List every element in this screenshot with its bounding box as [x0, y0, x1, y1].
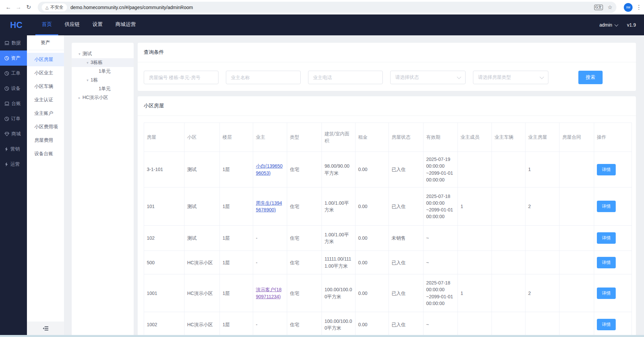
sidebar-item-marketing[interactable]: 营销 — [0, 141, 27, 157]
tree-node-0[interactable]: ▾测试 — [72, 49, 134, 58]
cell-area: 1.00/1.00平方米 — [322, 188, 355, 226]
sidebar-item-mall[interactable]: 商城 — [0, 126, 27, 141]
column-header-rent: 租金 — [355, 123, 389, 152]
pie-icon — [4, 116, 9, 121]
back-arrow-icon[interactable]: ← — [3, 2, 13, 12]
nav-item-home[interactable]: 首页 — [35, 14, 58, 35]
cell-members — [458, 312, 492, 337]
security-chip[interactable]: △ 不安全 — [42, 3, 67, 11]
detail-button[interactable]: 详情 — [597, 257, 616, 268]
app-logo[interactable]: HC — [10, 20, 23, 30]
cell-validity: ~ — [423, 312, 458, 337]
submenu-item-community-vehicles[interactable]: 小区车辆 — [27, 80, 64, 93]
bookmark-star-icon[interactable]: ☆ — [608, 4, 612, 10]
cell-floor: 1层 — [220, 312, 253, 337]
owner-link[interactable]: 演示客户(18909711234) — [256, 287, 281, 299]
status-select[interactable]: 请选择状态 — [390, 71, 466, 84]
caret-down-icon[interactable]: ▾ — [76, 52, 82, 56]
cell-vehicles — [492, 274, 526, 312]
sidebar-item-label: 工单 — [11, 70, 21, 76]
nav-item-mall-operations[interactable]: 商城运营 — [109, 14, 142, 35]
cell-type: 住宅 — [287, 226, 322, 251]
cell-contract — [560, 274, 594, 312]
cell-houses — [526, 226, 560, 251]
table-row: 3-1-101测试1层小白(13965096053)住宅98.00/90.00平… — [144, 152, 632, 188]
column-header-houses: 业主房屋 — [526, 123, 560, 152]
nav-right: admin v1.9 — [599, 22, 636, 28]
forward-arrow-icon[interactable]: → — [13, 2, 24, 12]
sidebar-item-ledger[interactable]: 台账 — [0, 96, 27, 111]
detail-button[interactable]: 详情 — [597, 232, 616, 244]
url-bar[interactable]: △ 不安全 demo.homecommunity.cn/#/pages/comm… — [38, 2, 616, 13]
submenu-item-community-owners[interactable]: 小区业主 — [27, 66, 64, 80]
cell-members — [458, 152, 492, 188]
cell-vehicles — [492, 312, 526, 337]
sidebar-item-work-orders[interactable]: 工单 — [0, 66, 27, 81]
user-menu[interactable]: admin — [599, 22, 617, 28]
cell-owner: 小白(13965096053) — [253, 152, 287, 188]
nav-item-settings[interactable]: 设置 — [86, 14, 109, 35]
cell-contract — [560, 312, 594, 337]
tree-node-1[interactable]: ▾3栋栋 — [72, 58, 134, 67]
cell-actions: 详情 — [594, 274, 632, 312]
nav-menu: 首页供应链设置商城运营 — [35, 14, 142, 35]
browser-menu-icon[interactable]: ⋮ — [636, 4, 641, 11]
caret-down-icon[interactable]: ▾ — [84, 78, 91, 82]
detail-button[interactable]: 详情 — [597, 201, 616, 212]
cell-members: 1 — [458, 188, 492, 226]
detail-button[interactable]: 详情 — [597, 288, 616, 299]
house-type-select[interactable]: 请选择房屋类型 — [473, 71, 548, 84]
chevron-down-icon — [540, 75, 544, 79]
chevron-down-icon — [457, 75, 461, 79]
version-label: v1.9 — [627, 22, 636, 28]
cell-contract — [560, 251, 594, 274]
caret-down-icon[interactable]: ▾ — [84, 61, 91, 65]
cell-actions: 详情 — [594, 251, 632, 274]
cell-community: 测试 — [184, 152, 220, 188]
owner-phone-input[interactable] — [308, 71, 383, 84]
owner-link[interactable]: 小白(13965096053) — [256, 163, 282, 175]
primary-sidebar: 数据资产工单设备台账订单商城营销运营 — [0, 35, 27, 337]
owner-name-input[interactable] — [226, 71, 301, 84]
tree-node-2[interactable]: 1单元 — [72, 67, 134, 76]
avatar[interactable]: xw — [624, 3, 633, 12]
main-content: ▾测试▾3栋栋1单元▾1栋1单元▸HC演示小区 查询条件 请选择状态请选择房屋类… — [64, 35, 644, 337]
sidebar-item-devices[interactable]: 设备 — [0, 81, 27, 96]
submenu-item-device-ledger[interactable]: 设备台账 — [27, 147, 64, 161]
horizontal-scrollbar[interactable] — [0, 335, 644, 337]
cell-validity: 2025-07-19 00:00:00 ~2099-01-01 00:00:00 — [423, 152, 458, 188]
column-header-actions: 操作 — [594, 123, 632, 152]
detail-button[interactable]: 详情 — [597, 164, 616, 175]
sidebar-item-orders[interactable]: 订单 — [0, 111, 27, 126]
owner-link[interactable]: 周先生(13945678900) — [256, 200, 282, 212]
submenu-item-community-fee-items[interactable]: 小区费用项 — [27, 120, 64, 134]
submenu-item-owner-certification[interactable]: 业主认证 — [27, 93, 64, 107]
tree-node-5[interactable]: ▸HC演示小区 — [72, 93, 134, 102]
submenu-item-community-houses[interactable]: 小区房屋 — [27, 53, 64, 66]
caret-right-icon[interactable]: ▸ — [76, 96, 82, 100]
reload-icon[interactable]: ↻ — [24, 2, 34, 12]
pie-icon — [4, 56, 9, 61]
tree-node-3[interactable]: ▾1栋 — [72, 76, 134, 85]
translate-icon[interactable]: G文 — [594, 5, 603, 10]
cell-type: 住宅 — [287, 188, 322, 226]
cell-house: 1002 — [144, 312, 184, 337]
cell-community: HC演示小区 — [184, 274, 220, 312]
sidebar-item-operations[interactable]: 运营 — [0, 157, 27, 172]
sidebar-item-assets[interactable]: 资产 — [0, 50, 27, 66]
pie-icon — [4, 71, 9, 76]
cell-rent: 0.00 — [355, 188, 389, 226]
collapse-sidebar-button[interactable] — [27, 322, 64, 335]
sidebar-item-data[interactable]: 数据 — [0, 35, 27, 50]
search-button[interactable]: 搜索 — [578, 71, 603, 84]
detail-button[interactable]: 详情 — [597, 319, 616, 330]
sidebar-item-label: 资产 — [11, 55, 21, 61]
cell-status: 已入住 — [389, 312, 423, 337]
cell-type: 住宅 — [287, 312, 322, 337]
submenu-item-house-fees[interactable]: 房屋费用 — [27, 134, 64, 147]
nav-item-supply-chain[interactable]: 供应链 — [58, 14, 86, 35]
tree-node-4[interactable]: 1单元 — [72, 85, 134, 93]
submenu-item-owner-accounts[interactable]: 业主账户 — [27, 107, 64, 120]
house-number-input[interactable] — [144, 71, 218, 84]
cell-contract — [560, 188, 594, 226]
